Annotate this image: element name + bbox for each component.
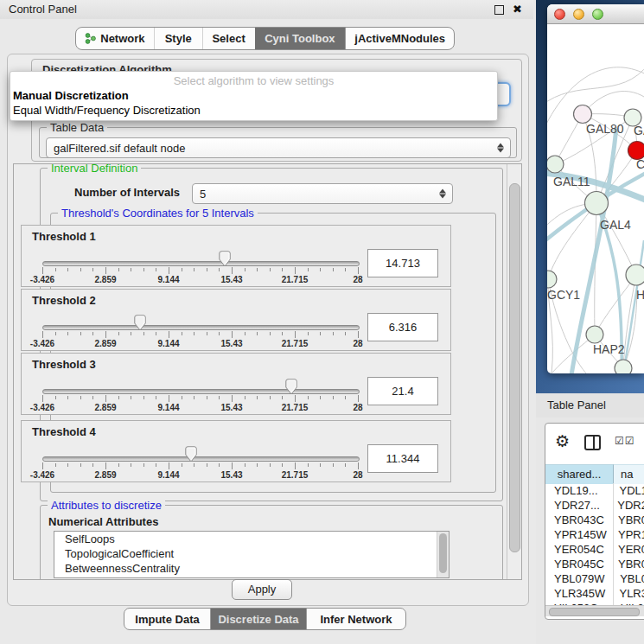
- attributes-list-scrollbar[interactable]: [437, 532, 449, 577]
- table-row[interactable]: YBR043CYBR0: [545, 513, 644, 527]
- number-of-intervals-value: 5: [200, 188, 206, 201]
- node-gal11[interactable]: [547, 156, 564, 173]
- close-icon[interactable]: ✖: [513, 0, 522, 19]
- column-header-shared[interactable]: shared...: [545, 464, 614, 484]
- node-h[interactable]: [626, 265, 644, 285]
- node-bottom[interactable]: [615, 360, 632, 373]
- numerical-attributes-items: SelfLoopsTopologicalCoefficientBetweenne…: [54, 532, 449, 576]
- node-gcy1[interactable]: [547, 271, 557, 288]
- attributes-list-scrollbar-thumb[interactable]: [439, 533, 447, 573]
- cell-name[interactable]: YLR3: [612, 586, 644, 601]
- tab-jactivemnodules-label: jActiveMNodules: [354, 32, 445, 45]
- apply-button[interactable]: Apply: [232, 579, 292, 600]
- tab-select-label: Select: [212, 32, 245, 45]
- node-gal80[interactable]: [574, 105, 592, 124]
- bottom-tabbar: Impute Data Discretize Data Infer Networ…: [124, 608, 406, 630]
- settings-scrollbar-thumb[interactable]: [509, 183, 520, 552]
- table-row[interactable]: YBL079WYBL0: [545, 571, 644, 586]
- table-row[interactable]: YDL19...YDL1: [545, 483, 644, 498]
- zoom-traffic-light[interactable]: [592, 9, 603, 20]
- slider-tick-label: 9.144: [157, 339, 179, 348]
- tab-jactivemnodules[interactable]: jActiveMNodules: [345, 28, 454, 49]
- threshold-slider-track[interactable]: [42, 325, 360, 330]
- table-row[interactable]: YPR145WYPR1: [545, 527, 644, 542]
- cell-name[interactable]: YPR1: [611, 527, 644, 542]
- settings-vertical-scrollbar[interactable]: [507, 164, 521, 579]
- threshold-value-field[interactable]: 6.316: [367, 313, 438, 341]
- threshold-value-field[interactable]: 11.344: [367, 444, 438, 473]
- network-view-window[interactable]: GAL80 GA C GAL11 GAL4 GCY1 H HAP2: [547, 4, 644, 373]
- threshold-slider-thumb[interactable]: [185, 446, 197, 462]
- slider-tick-label: -3.426: [30, 470, 54, 480]
- threshold-value-field[interactable]: 14.713: [367, 249, 438, 277]
- threshold-slider-track[interactable]: [42, 261, 360, 266]
- label-gal11: GAL11: [553, 175, 590, 188]
- slider-tick-label: -3.426: [30, 339, 54, 348]
- slider-tick-label: 2.859: [94, 470, 116, 480]
- threshold-label: Threshold 1: [32, 230, 96, 243]
- cell-shared-name[interactable]: YBR045C: [545, 557, 611, 571]
- threshold-slider-thumb[interactable]: [219, 251, 231, 267]
- attribute-list-item[interactable]: SelfLoops: [54, 532, 449, 546]
- table-horizontal-scrollbar[interactable]: [545, 605, 644, 616]
- cell-shared-name[interactable]: YPR145W: [545, 527, 611, 542]
- threshold-slider-track[interactable]: [42, 456, 360, 462]
- cell-name[interactable]: YBL0: [613, 571, 644, 586]
- cell-shared-name[interactable]: YBR043C: [545, 513, 611, 527]
- threshold-slider-track[interactable]: [42, 389, 360, 394]
- select-columns-checkboxes-icon[interactable]: ☑☑: [615, 435, 635, 447]
- table-row[interactable]: YDR27...YDR2: [545, 498, 644, 513]
- cell-shared-name[interactable]: YDL19...: [545, 483, 612, 498]
- tab-style[interactable]: Style: [155, 28, 203, 49]
- tab-style-label: Style: [165, 32, 192, 45]
- threshold-value-field[interactable]: 21.4: [367, 377, 438, 405]
- table-row[interactable]: YER054CYER0: [545, 542, 644, 557]
- tab-network[interactable]: Network: [76, 28, 155, 49]
- tab-cyni-toolbox[interactable]: Cyni Toolbox: [255, 28, 346, 49]
- slider-tick-label: 9.144: [157, 470, 179, 480]
- tab-select[interactable]: Select: [203, 28, 255, 49]
- float-window-icon[interactable]: [494, 5, 504, 15]
- popup-item-equal-width-frequency[interactable]: Equal Width/Frequency Discretization: [13, 104, 494, 118]
- cell-shared-name[interactable]: YDR27...: [545, 498, 610, 513]
- slider-tick-label: 21.715: [282, 403, 309, 412]
- cell-name[interactable]: YBR0: [611, 513, 644, 527]
- slider-tick-labels: -3.4262.8599.14415.4321.71528: [42, 275, 358, 284]
- network-canvas[interactable]: GAL80 GA C GAL11 GAL4 GCY1 H HAP2: [547, 24, 644, 373]
- attribute-list-item[interactable]: TopologicalCoefficient: [54, 546, 449, 561]
- tab-infer-network[interactable]: Infer Network: [306, 609, 405, 629]
- table-row[interactable]: YBR045CYBR0: [545, 557, 644, 571]
- network-window-titlebar[interactable]: [547, 4, 644, 24]
- table-row[interactable]: YLR345WYLR3: [545, 586, 644, 601]
- cell-shared-name[interactable]: YBL079W: [545, 571, 613, 586]
- gear-icon[interactable]: ⚙: [555, 431, 570, 451]
- number-of-intervals-combobox[interactable]: 5: [192, 183, 453, 204]
- tab-network-label: Network: [100, 32, 144, 45]
- threshold-2-row: Threshold 2-3.4262.8599.14415.4321.71528…: [21, 289, 451, 351]
- node-hap2[interactable]: [586, 326, 603, 343]
- minimize-traffic-light[interactable]: [573, 9, 584, 20]
- cell-shared-name[interactable]: YER054C: [545, 542, 611, 557]
- cell-name[interactable]: YDL1: [612, 483, 644, 498]
- tab-discretize-data[interactable]: Discretize Data: [211, 609, 306, 629]
- cell-name[interactable]: YBR0: [611, 557, 644, 571]
- column-chooser-icon[interactable]: [584, 435, 601, 450]
- threshold-slider-thumb[interactable]: [134, 315, 146, 331]
- cell-name[interactable]: YDR2: [610, 498, 644, 513]
- table-hscrollbar-thumb[interactable]: [549, 608, 640, 616]
- tab-discretize-data-label: Discretize Data: [218, 613, 298, 626]
- attribute-list-item[interactable]: BetweennessCentrality: [54, 561, 449, 576]
- table-data-combobox[interactable]: galFiltered.sif default node: [46, 137, 511, 158]
- node-table: ⚙ ☑☑ shared... na YDL19...YDL1YDR27...YD…: [545, 423, 644, 620]
- threshold-label: Threshold 3: [32, 358, 96, 371]
- threshold-label: Threshold 2: [32, 294, 96, 307]
- cell-name[interactable]: YER0: [611, 542, 644, 557]
- tab-impute-data[interactable]: Impute Data: [124, 609, 211, 629]
- close-traffic-light[interactable]: [554, 9, 565, 20]
- cell-shared-name[interactable]: YLR345W: [545, 586, 612, 601]
- node-gal4[interactable]: [585, 192, 609, 215]
- threshold-slider-thumb[interactable]: [285, 379, 297, 395]
- slider-tick-label: 28: [353, 403, 362, 412]
- column-header-name[interactable]: na: [614, 464, 644, 484]
- popup-item-manual-discretization[interactable]: Manual Discretization: [13, 89, 494, 103]
